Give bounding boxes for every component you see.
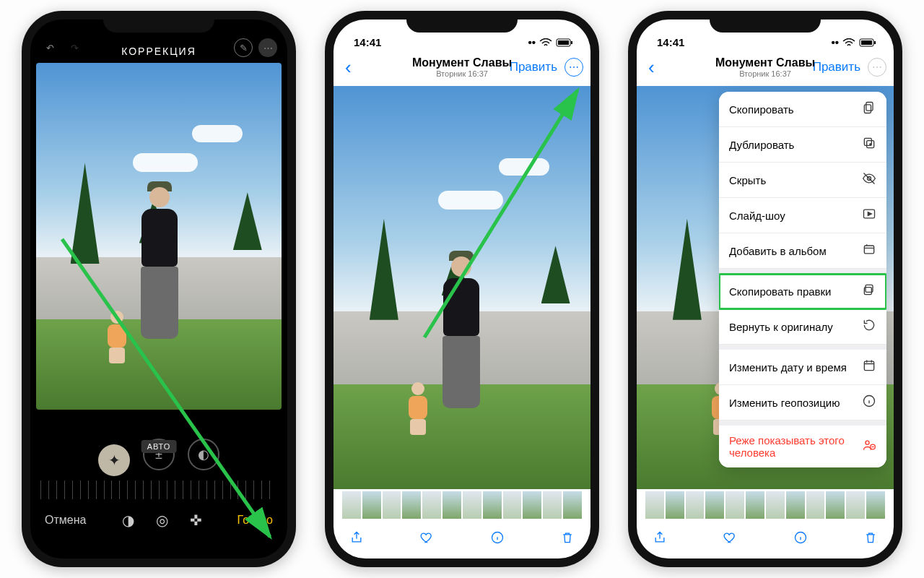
menu-item-label: Вернуть к оригиналу xyxy=(729,321,833,333)
svg-rect-7 xyxy=(861,40,872,45)
duplicate-icon xyxy=(862,136,876,153)
favorite-icon[interactable] xyxy=(723,530,737,549)
menu-item-revert[interactable]: Вернуть к оригиналу xyxy=(719,309,886,345)
menu-item-label: Изменить геопозицию xyxy=(729,397,840,409)
auto-label: АВТО xyxy=(141,440,177,453)
status-time: 14:41 xyxy=(657,36,684,48)
photo-toolbar xyxy=(637,521,894,558)
svg-rect-11 xyxy=(864,105,871,113)
edit-button[interactable]: Править xyxy=(813,60,860,74)
menu-item-location[interactable]: Изменить геопозицию xyxy=(719,385,886,420)
menu-item-label: Добавить в альбом xyxy=(729,245,827,257)
menu-item-duplicate[interactable]: Дублировать xyxy=(719,127,886,163)
calendar-icon xyxy=(862,358,876,376)
phone-viewer-screen: 14:41 •• ‹ Монумент Славы Вторник 16:37 … xyxy=(325,11,599,567)
photo-toolbar xyxy=(334,521,590,558)
revert-icon xyxy=(862,318,876,335)
adjust-tab-icon[interactable]: ◑ xyxy=(122,512,134,529)
svg-rect-16 xyxy=(864,246,873,254)
thumbnail-strip[interactable] xyxy=(637,489,894,521)
svg-rect-10 xyxy=(866,103,873,111)
back-button[interactable]: ‹ xyxy=(341,56,356,79)
phone-edit-screen: ↶ ↷ КОРРЕКЦИЯ ✎ ⋯ АВТО ✦ ± ◐ xyxy=(22,11,296,567)
navbar: ‹ Монумент Славы Вторник 16:37 Править ⋯ xyxy=(637,48,894,86)
markup-icon[interactable]: ✎ xyxy=(234,38,253,57)
undo-icon[interactable]: ↶ xyxy=(40,38,59,57)
favorite-icon[interactable] xyxy=(419,530,434,549)
phone-menu-screen: 14:41 •• ‹ Монумент Славы Вторник 16:37 … xyxy=(628,11,902,567)
more-menu-button[interactable]: ⋯ xyxy=(868,58,886,77)
filters-tab-icon[interactable]: ◎ xyxy=(156,512,168,529)
menu-item-calendar[interactable]: Изменить дату и время xyxy=(719,350,886,385)
cancel-button[interactable]: Отмена xyxy=(45,514,86,527)
edit-title: КОРРЕКЦИЯ xyxy=(84,46,234,57)
done-button[interactable]: Готово xyxy=(237,514,273,527)
menu-item-album[interactable]: Добавить в альбом xyxy=(719,233,886,269)
photo-view[interactable] xyxy=(334,86,590,489)
redo-icon: ↷ xyxy=(65,38,84,57)
menu-item-label: Скопировать xyxy=(729,103,794,116)
edit-button[interactable]: Править xyxy=(510,60,557,74)
info-icon[interactable] xyxy=(490,530,505,549)
svg-point-21 xyxy=(866,441,869,444)
trash-icon[interactable] xyxy=(863,530,878,549)
menu-item-play[interactable]: Слайд-шоу xyxy=(719,198,886,233)
thumbnail-strip[interactable] xyxy=(334,489,590,521)
menu-item-hide[interactable]: Скрыть xyxy=(719,163,886,198)
trash-icon[interactable] xyxy=(560,530,575,549)
menu-item-person[interactable]: Реже показывать этого человека xyxy=(719,426,886,467)
menu-item-label: Слайд-шоу xyxy=(729,210,785,222)
context-menu: СкопироватьДублироватьСкрытьСлайд-шоуДоб… xyxy=(719,92,886,467)
photo-preview[interactable] xyxy=(36,63,282,410)
crop-tab-icon[interactable]: ✜ xyxy=(190,512,202,529)
menu-item-label: Дублировать xyxy=(729,139,794,151)
info-icon[interactable] xyxy=(793,530,808,549)
share-icon[interactable] xyxy=(653,530,667,549)
status-time: 14:41 xyxy=(354,36,381,48)
edit-bottom-bar: Отмена ◑ ◎ ✜ Готово xyxy=(30,499,287,541)
menu-item-label: Реже показывать этого человека xyxy=(729,434,862,459)
person-icon xyxy=(862,438,876,455)
location-icon xyxy=(862,394,876,411)
share-icon[interactable] xyxy=(349,530,364,549)
menu-item-copy-edits[interactable]: Скопировать правки xyxy=(719,274,886,309)
more-icon[interactable]: ⋯ xyxy=(258,38,277,57)
adjust-slider[interactable] xyxy=(40,480,277,499)
status-indicators-icon: •• xyxy=(831,36,876,48)
back-button[interactable]: ‹ xyxy=(644,56,659,79)
copy-icon xyxy=(862,100,876,118)
menu-item-label: Изменить дату и время xyxy=(729,361,847,374)
menu-item-label: Скопировать правки xyxy=(729,285,831,298)
svg-rect-19 xyxy=(864,361,873,371)
hide-icon xyxy=(862,171,876,189)
auto-adjust-button[interactable]: ✦ xyxy=(98,444,130,476)
more-menu-button[interactable]: ⋯ xyxy=(565,58,583,77)
svg-rect-3 xyxy=(571,41,572,44)
svg-rect-8 xyxy=(874,41,876,44)
album-icon xyxy=(862,242,876,259)
navbar: ‹ Монумент Славы Вторник 16:37 Править ⋯ xyxy=(334,48,590,86)
menu-item-copy[interactable]: Скопировать xyxy=(719,92,886,127)
status-indicators-icon: •• xyxy=(528,36,573,48)
play-icon xyxy=(862,207,876,224)
menu-item-label: Скрыть xyxy=(729,174,766,186)
brilliance-adjust-button[interactable]: ◐ xyxy=(188,439,219,470)
svg-rect-2 xyxy=(558,40,569,45)
copy-edits-icon xyxy=(862,282,876,300)
